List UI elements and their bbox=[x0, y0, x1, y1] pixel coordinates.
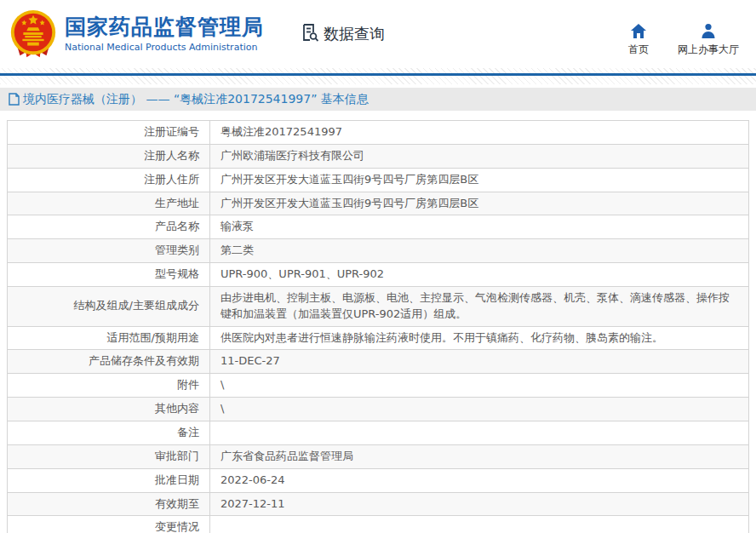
row-label: 型号规格 bbox=[8, 263, 210, 287]
document-icon bbox=[9, 93, 20, 106]
row-label: 变更情况 bbox=[8, 516, 210, 533]
row-label: 批准日期 bbox=[8, 468, 210, 492]
table-row: 型号规格UPR-900、UPR-901、UPR-902 bbox=[8, 263, 749, 287]
row-value: 11-DEC-27 bbox=[210, 350, 749, 374]
page-title: 境内医疗器械（注册） —— “粤械注准20172541997” 基本信息 bbox=[23, 92, 369, 107]
table-row: 批准日期2022-06-24 bbox=[8, 468, 749, 492]
table-row: 注册人名称广州欧浦瑞医疗科技有限公司 bbox=[8, 144, 749, 168]
table-row: 变更情况 bbox=[8, 516, 749, 533]
row-value bbox=[210, 516, 749, 533]
row-label: 生产地址 bbox=[8, 192, 210, 215]
row-label: 管理类别 bbox=[8, 239, 210, 263]
breadcrumb: 境内医疗器械（注册） —— “粤械注准20172541997” 基本信息 bbox=[0, 88, 756, 111]
registration-info-table: 注册证编号粤械注准20172541997注册人名称广州欧浦瑞医疗科技有限公司注册… bbox=[7, 120, 749, 533]
row-value: 供医院内对患者进行恒速静脉输注药液时使用。不用于镇痛药、化疗药物、胰岛素的输注。 bbox=[210, 326, 749, 350]
header-nav: 首页 网上办事大厅 bbox=[628, 11, 739, 57]
row-value: 输液泵 bbox=[210, 215, 749, 239]
home-icon bbox=[631, 23, 646, 38]
row-label: 注册证编号 bbox=[8, 121, 210, 145]
table-row: 注册人住所广州开发区开发大道蓝玉四街9号四号厂房第四层B区 bbox=[8, 168, 749, 192]
row-label: 附件 bbox=[8, 374, 210, 398]
table-row: 结构及组成/主要组成成分由步进电机、控制主板、电源板、电池、主控显示、气泡检测传… bbox=[8, 286, 749, 326]
national-emblem-icon bbox=[7, 8, 60, 60]
nav-item-label: 网上办事大厅 bbox=[678, 43, 739, 57]
row-value: 2022-06-24 bbox=[210, 468, 749, 492]
nav-item-service-hall[interactable]: 网上办事大厅 bbox=[678, 23, 739, 57]
page-header: 国家药品监督管理局 National Medical Products Admi… bbox=[0, 0, 756, 68]
row-label: 审批部门 bbox=[8, 444, 210, 468]
user-icon bbox=[701, 23, 716, 38]
row-label: 注册人住所 bbox=[8, 168, 210, 192]
row-value: \ bbox=[210, 398, 749, 421]
site-subtitle: National Medical Products Administration bbox=[65, 42, 264, 53]
row-value: 广东省食品药品监督管理局 bbox=[210, 444, 749, 468]
row-label: 有效期至 bbox=[8, 492, 210, 516]
row-label: 其他内容 bbox=[8, 398, 210, 421]
row-value: 由步进电机、控制主板、电源板、电池、主控显示、气泡检测传感器、机壳、泵体、滴速传… bbox=[210, 286, 749, 326]
row-value: 第二类 bbox=[210, 239, 749, 263]
table-row: 附件\ bbox=[8, 374, 749, 398]
table-row: 管理类别第二类 bbox=[8, 239, 749, 263]
nav-item-home[interactable]: 首页 bbox=[628, 23, 649, 57]
data-query-label: 数据查询 bbox=[324, 24, 385, 44]
brand-block: 国家药品监督管理局 National Medical Products Admi… bbox=[65, 15, 264, 53]
row-value: 广州开发区开发大道蓝玉四街9号四号厂房第四层B区 bbox=[210, 192, 749, 215]
row-value: \ bbox=[210, 374, 749, 398]
row-label: 产品名称 bbox=[8, 215, 210, 239]
row-label: 备注 bbox=[8, 421, 210, 444]
table-row: 审批部门广东省食品药品监督管理局 bbox=[8, 444, 749, 468]
data-query-link[interactable]: 数据查询 bbox=[300, 22, 385, 46]
nav-item-label: 首页 bbox=[628, 43, 649, 57]
row-value: 粤械注准20172541997 bbox=[210, 121, 749, 145]
table-row: 注册证编号粤械注准20172541997 bbox=[8, 121, 749, 145]
row-value bbox=[210, 421, 749, 444]
site-title: 国家药品监督管理局 bbox=[65, 15, 264, 40]
table-row: 产品名称输液泵 bbox=[8, 215, 749, 239]
info-table-body: 注册证编号粤械注准20172541997注册人名称广州欧浦瑞医疗科技有限公司注册… bbox=[8, 121, 749, 533]
table-row: 适用范围/预期用途供医院内对患者进行恒速静脉输注药液时使用。不用于镇痛药、化疗药… bbox=[8, 326, 749, 350]
table-row: 有效期至2027-12-11 bbox=[8, 492, 749, 516]
row-value: 广州开发区开发大道蓝玉四街9号四号厂房第四层B区 bbox=[210, 168, 749, 192]
table-row: 备注 bbox=[8, 421, 749, 444]
row-label: 产品储存条件及有效期 bbox=[8, 350, 210, 374]
row-value: 广州欧浦瑞医疗科技有限公司 bbox=[210, 144, 749, 168]
data-query-icon bbox=[300, 22, 320, 46]
hatch-band-bottom bbox=[0, 76, 756, 84]
row-label: 适用范围/预期用途 bbox=[8, 326, 210, 350]
table-row: 其他内容\ bbox=[8, 398, 749, 421]
row-value: 2027-12-11 bbox=[210, 492, 749, 516]
table-row: 生产地址广州开发区开发大道蓝玉四街9号四号厂房第四层B区 bbox=[8, 192, 749, 215]
row-label: 结构及组成/主要组成成分 bbox=[8, 286, 210, 326]
row-value: UPR-900、UPR-901、UPR-902 bbox=[210, 263, 749, 287]
table-row: 产品储存条件及有效期11-DEC-27 bbox=[8, 350, 749, 374]
row-label: 注册人名称 bbox=[8, 144, 210, 168]
